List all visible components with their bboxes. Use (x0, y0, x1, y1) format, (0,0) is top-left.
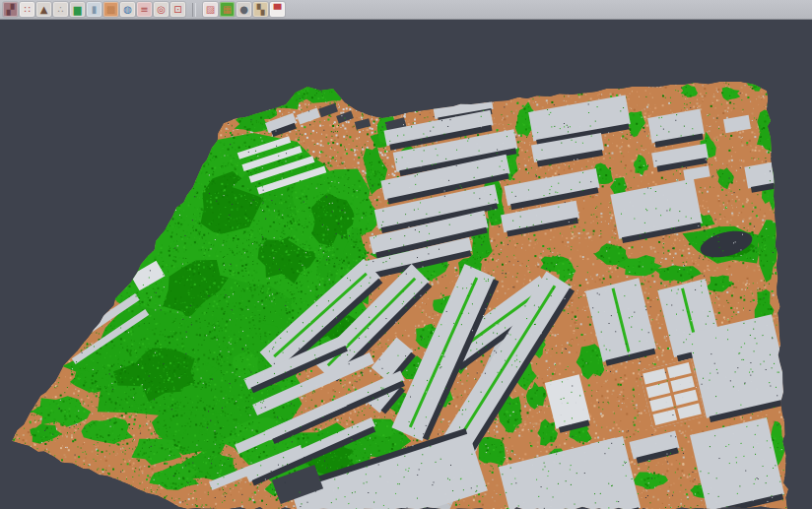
target-center-icon: ◎ (157, 2, 166, 17)
globe-view-icon: ◍ (123, 2, 132, 17)
target-center-button[interactable]: ◎ (154, 2, 169, 17)
sphere-render-button[interactable]: ● (237, 2, 251, 17)
sparse-points-button[interactable]: ∴ (53, 2, 68, 17)
mesh-icon: ▚ (257, 2, 265, 17)
globe-view-button[interactable]: ◍ (120, 2, 135, 17)
hill-shade-button[interactable]: ▆ (70, 2, 85, 17)
snapshot-icon: ▀ (274, 2, 282, 17)
app-window: ▞∷▲∴▆▮▩◍≡◎⊡▨▦●▚▀ (0, 0, 812, 509)
terrain-model-icon: ▲ (40, 2, 48, 17)
ortho-image-button[interactable]: ▩ (103, 2, 118, 17)
terrain-model-button[interactable]: ▲ (36, 2, 51, 17)
toolbar-separator (192, 3, 196, 17)
classification-icon: ▦ (223, 2, 232, 17)
side-panel-button[interactable]: ▮ (87, 2, 102, 17)
layers-icon: ≡ (140, 2, 148, 17)
profile-view-icon: ▞ (7, 2, 15, 17)
ortho-image-icon: ▩ (106, 2, 115, 17)
zoom-extent-button[interactable]: ⊡ (170, 2, 185, 17)
sparse-points-icon: ∴ (57, 2, 63, 17)
zoom-extent-icon: ⊡ (173, 2, 181, 17)
classification-button[interactable]: ▦ (220, 2, 235, 17)
mesh-button[interactable]: ▚ (253, 2, 268, 17)
point-cloud-icon: ∷ (24, 2, 30, 17)
layers-button[interactable]: ≡ (137, 2, 152, 17)
profile-view-button[interactable]: ▞ (3, 2, 18, 17)
select-region-button[interactable]: ▨ (203, 2, 218, 17)
snapshot-button[interactable]: ▀ (270, 2, 285, 17)
hill-shade-icon: ▆ (74, 2, 82, 17)
sphere-render-icon: ● (239, 2, 248, 17)
side-panel-icon: ▮ (92, 2, 98, 17)
toolbar: ▞∷▲∴▆▮▩◍≡◎⊡▨▦●▚▀ (0, 0, 812, 20)
3d-scene-canvas[interactable] (0, 20, 812, 509)
viewport (0, 20, 812, 509)
point-cloud-button[interactable]: ∷ (20, 2, 34, 17)
select-region-icon: ▨ (206, 2, 215, 17)
